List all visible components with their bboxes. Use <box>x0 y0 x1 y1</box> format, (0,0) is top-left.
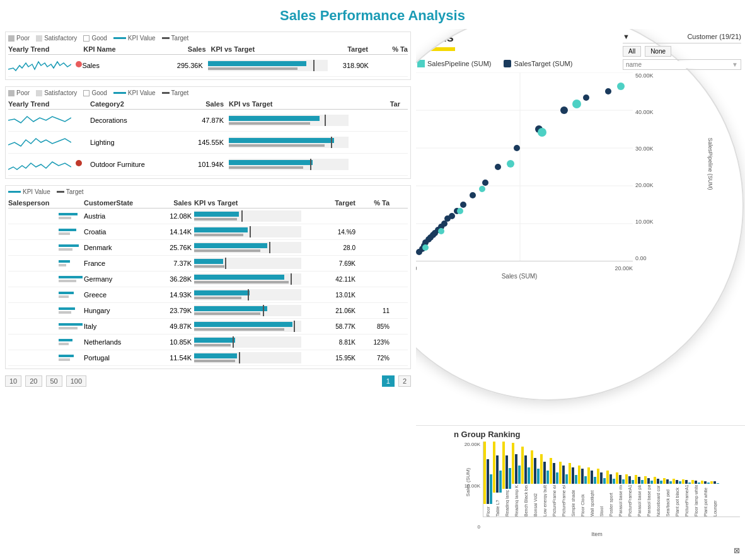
header-sp-kpi: KPI vs Target <box>194 199 314 207</box>
bar-greece <box>194 290 250 295</box>
poor-box <box>8 35 14 42</box>
gr-bar <box>534 458 536 484</box>
sp-table-header: Salesperson CustomerState Sales KPI vs T… <box>8 198 408 209</box>
sp-greece-sales: 14.93K <box>153 291 194 299</box>
page-2[interactable]: 2 <box>398 375 411 387</box>
sp-row-netherlands: Netherlands 10.85K 8.81K 123% <box>8 334 408 350</box>
gr-y-20k: 20.00K <box>454 442 480 447</box>
gr-bar-label: Poster sport <box>609 485 613 517</box>
gr-bar <box>632 480 634 484</box>
gr-bar <box>509 468 511 489</box>
legend-poor-2: Poor <box>8 89 30 96</box>
sp-bar2 <box>59 217 71 219</box>
page-size-100[interactable]: 100 <box>66 375 86 387</box>
dot-outdoor <box>76 160 82 166</box>
filter-search-input[interactable] <box>626 61 732 68</box>
bar-tl-croatia <box>250 226 251 237</box>
gr-bars: Floor UpighterTable L?Reading lamp moder… <box>483 442 740 517</box>
cat-outdoor-sales: 101.94K <box>185 161 229 168</box>
sp-bar2-dk <box>59 248 72 251</box>
gr-bar <box>537 469 540 484</box>
sp-netherlands-sales: 10.85K <box>153 338 194 346</box>
bar-gray-portugal <box>194 360 235 362</box>
page-size-50[interactable]: 50 <box>46 375 62 387</box>
svg-point-26 <box>495 164 501 170</box>
filter-search[interactable]: ▼ <box>623 59 741 70</box>
sparkline-outdoor <box>8 156 90 173</box>
legend-sales-target: SalesTarget (SUM) <box>504 60 572 67</box>
filter-all-btn[interactable]: All <box>623 46 641 57</box>
bar-gray-denmark <box>194 249 260 252</box>
cat-outdoor: Outdoor Furniture <box>90 161 185 168</box>
gr-bar-label: Table L? <box>495 494 500 517</box>
gr-bar <box>493 442 495 493</box>
header-sales-2: Sales <box>185 100 229 108</box>
gr-bar <box>685 480 688 484</box>
sp-bars-hungary <box>59 307 84 314</box>
sp-bar1-nl <box>59 339 72 341</box>
gr-bar-group: Low energy bulb H1 <box>540 442 549 517</box>
filter-none-btn[interactable]: None <box>645 46 671 57</box>
sp-croatia-kpi <box>194 226 314 237</box>
gr-bar-label: Lounger <box>713 485 717 517</box>
gr-bar <box>707 483 710 484</box>
bar-hungary <box>194 306 267 311</box>
page-1[interactable]: 1 <box>382 375 395 387</box>
gr-bar <box>650 481 653 484</box>
bar-gray-sales <box>208 67 298 70</box>
gr-bar <box>603 478 606 484</box>
satisfactory-box-2 <box>36 90 42 96</box>
gr-bar-group: Simple shade <box>569 442 577 517</box>
sp-france: France <box>84 260 153 267</box>
sp-austria-sales: 12.08K <box>153 212 194 220</box>
sp-bars-france <box>59 260 84 266</box>
sp-germany-kpi <box>194 273 314 285</box>
page-size-20[interactable]: 20 <box>25 375 42 387</box>
legend-satisfactory-label-2: Satisfactory <box>44 89 77 96</box>
right-panel: ▼ Customer (19/21) All None ▼ Correlatio… <box>416 29 745 557</box>
bar-tl-hungary <box>263 305 264 316</box>
gr-bar-label: Low energy bulb H1 <box>543 485 547 517</box>
gr-bar-group: Parasol base metal <box>616 442 625 517</box>
sp-bar1-hr <box>59 229 76 231</box>
kpi-table-2-header: Yearly Trend Category2 Sales KPI vs Targ… <box>8 99 408 110</box>
gr-bar <box>531 450 533 484</box>
kpi-table-1: Poor Satisfactory Good KPI Value Target <box>5 31 411 80</box>
gr-bar <box>550 458 552 484</box>
sp-bar2-hu <box>59 311 71 314</box>
gr-bar <box>663 478 666 484</box>
gr-bar-label: PictureFrame eA1 <box>562 485 566 517</box>
filter-icon: ▼ <box>732 61 738 68</box>
gr-bar <box>502 442 505 489</box>
gr-bar <box>569 463 571 484</box>
yr-tick-10k: 10.00K <box>635 219 659 225</box>
expand-icon[interactable]: ⊠ <box>734 546 744 556</box>
page-title: Sales Performance Analysis <box>0 0 745 29</box>
group-ranking-title: n Group Ranking <box>454 430 740 439</box>
sp-denmark-target: 28.0 <box>314 244 358 251</box>
correlations-overlay: Correlations SalesPipeline (SUM) SalesTa… <box>416 29 744 401</box>
svg-point-24 <box>470 192 476 198</box>
bar-tl-italy <box>294 321 295 332</box>
gr-bar-group: Stool <box>597 442 606 517</box>
legend-row-2: Poor Satisfactory Good KPI Value Target <box>8 89 408 96</box>
gr-bar-label: Stool <box>599 485 604 517</box>
sp-portugal-kpi <box>194 352 314 363</box>
gr-bar-label: Wall spotlight <box>590 485 594 517</box>
sp-hungary: Hungary <box>84 307 153 314</box>
legend-kpi-label-sp: KPI Value <box>23 188 50 195</box>
gr-bar <box>524 455 527 484</box>
sp-netherlands-kpi <box>194 336 314 348</box>
legend-kpi-sp: KPI Value <box>8 188 50 195</box>
gr-bar-group: Parasol base pad <box>644 442 653 517</box>
page-size-10[interactable]: 10 <box>5 375 21 387</box>
filter-buttons: All None <box>623 46 741 57</box>
svg-point-25 <box>482 180 488 186</box>
gr-bar <box>673 479 675 484</box>
sp-germany: Germany <box>84 275 153 283</box>
gr-bar <box>616 472 618 484</box>
sp-bars-austria <box>59 213 84 219</box>
gr-bar <box>698 483 700 484</box>
filter-title: Customer (19/21) <box>687 33 741 40</box>
yr-tick-40k: 40.00K <box>635 109 659 115</box>
